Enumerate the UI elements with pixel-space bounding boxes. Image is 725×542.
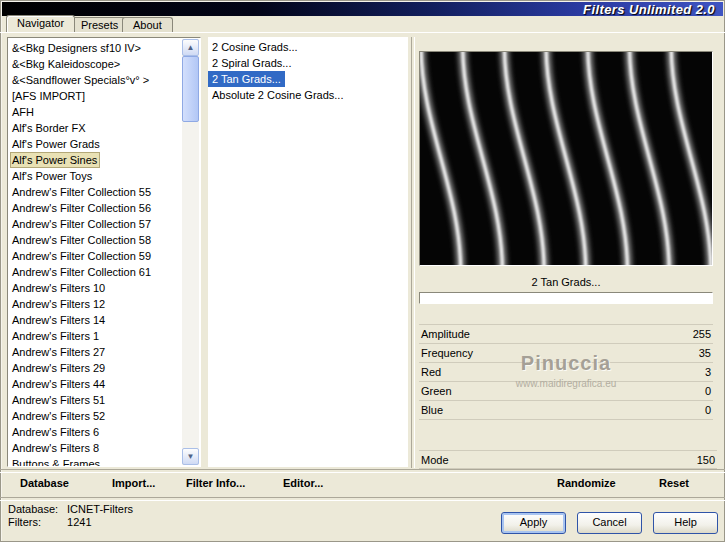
list-item[interactable]: &<Bkg Kaleidoscope>: [10, 56, 123, 72]
param-label: Frequency: [421, 347, 473, 359]
list-item[interactable]: &<Bkg Designers sf10 IV>: [10, 40, 144, 56]
list-item[interactable]: Alf's Power Grads: [10, 136, 103, 152]
separator: [0, 497, 725, 501]
list-item[interactable]: Andrew's Filters 51: [10, 392, 108, 408]
window-title: Filters Unlimited 2.0: [583, 3, 723, 16]
import-button[interactable]: Import...: [112, 470, 155, 496]
list-item[interactable]: Andrew's Filter Collection 57: [10, 216, 154, 232]
param-slider-green[interactable]: Green 0: [419, 382, 713, 401]
scrollbar-thumb[interactable]: [182, 56, 199, 122]
apply-button[interactable]: Apply: [501, 512, 566, 534]
randomize-button[interactable]: Randomize: [557, 470, 616, 496]
list-item[interactable]: [AFS IMPORT]: [10, 88, 88, 104]
list-item[interactable]: Buttons & Frames: [10, 456, 103, 467]
list-item[interactable]: Andrew's Filters 6: [10, 424, 102, 440]
status-filters: Filters: 1241: [8, 516, 92, 528]
list-item[interactable]: &<Sandflower Specials°v° >: [10, 72, 152, 88]
list-item[interactable]: Andrew's Filter Collection 59: [10, 248, 154, 264]
param-value: 0: [705, 385, 711, 397]
param-slider-frequency[interactable]: Frequency 35: [419, 344, 713, 363]
parameter-list: Amplitude 255 Frequency 35 Red 3 Green 0…: [419, 324, 713, 420]
list-item[interactable]: Alf's Power Toys: [10, 168, 95, 184]
list-item[interactable]: AFH: [10, 104, 37, 120]
status-filters-value: 1241: [67, 516, 91, 528]
param-label: Mode: [421, 454, 449, 466]
list-item[interactable]: Andrew's Filter Collection 58: [10, 232, 154, 248]
param-value: 255: [693, 328, 711, 340]
filter-item-selected[interactable]: 2 Tan Grads...: [208, 71, 285, 87]
filter-item[interactable]: Absolute 2 Cosine Grads...: [208, 87, 347, 103]
list-item[interactable]: Andrew's Filters 44: [10, 376, 108, 392]
tab-bar: Navigator Presets About: [4, 15, 725, 32]
param-label: Red: [421, 366, 441, 378]
list-item[interactable]: Andrew's Filters 29: [10, 360, 108, 376]
tab-about[interactable]: About: [122, 17, 173, 32]
param-slider-red[interactable]: Red 3: [419, 363, 713, 382]
list-item[interactable]: Andrew's Filter Collection 56: [10, 200, 154, 216]
list-item-selected[interactable]: Alf's Power Sines: [10, 152, 100, 168]
filter-info-button[interactable]: Filter Info...: [186, 470, 245, 496]
filter-item[interactable]: 2 Cosine Grads...: [208, 39, 302, 55]
list-item[interactable]: Andrew's Filters 52: [10, 408, 108, 424]
database-button[interactable]: Database: [20, 470, 69, 496]
param-label: Green: [421, 385, 452, 397]
editor-button[interactable]: Editor...: [283, 470, 323, 496]
vertical-separator: [411, 37, 415, 468]
separator: [0, 469, 725, 473]
list-item[interactable]: Andrew's Filters 8: [10, 440, 102, 456]
preview-image: [419, 51, 713, 266]
list-item[interactable]: Andrew's Filters 14: [10, 312, 108, 328]
status-database: Database: ICNET-Filters: [8, 503, 133, 515]
help-button[interactable]: Help: [653, 512, 718, 534]
list-item[interactable]: Andrew's Filters 12: [10, 296, 108, 312]
filter-listbox: 2 Cosine Grads... 2 Spiral Grads... 2 Ta…: [208, 37, 408, 467]
preview-caption: 2 Tan Grads...: [419, 276, 713, 288]
title-bar: Filters Unlimited 2.0: [2, 2, 723, 16]
param-label: Amplitude: [421, 328, 470, 340]
scrollbar[interactable]: ▲ ▼: [182, 39, 199, 465]
list-item[interactable]: Andrew's Filter Collection 61: [10, 264, 154, 280]
list-item[interactable]: Alf's Border FX: [10, 120, 89, 136]
tab-navigator[interactable]: Navigator: [6, 15, 75, 32]
list-item[interactable]: Andrew's Filter Collection 55: [10, 184, 154, 200]
filters-unlimited-window: Filters Unlimited 2.0 Navigator Presets …: [0, 0, 725, 542]
param-value: 3: [705, 366, 711, 378]
scroll-up-icon[interactable]: ▲: [182, 39, 199, 56]
param-value: 0: [705, 404, 711, 416]
tab-presets[interactable]: Presets: [70, 17, 129, 32]
category-listbox: &<Bkg Designers sf10 IV> &<Bkg Kaleidosc…: [7, 37, 201, 467]
param-slider-mode[interactable]: Mode 150: [419, 450, 717, 469]
param-label: Blue: [421, 404, 443, 416]
list-item[interactable]: Andrew's Filters 10: [10, 280, 108, 296]
filter-item[interactable]: 2 Spiral Grads...: [208, 55, 295, 71]
param-slider-amplitude[interactable]: Amplitude 255: [419, 325, 713, 344]
reset-button[interactable]: Reset: [659, 470, 689, 496]
param-value: 35: [699, 347, 711, 359]
list-item[interactable]: Andrew's Filters 1: [10, 328, 102, 344]
status-filters-label: Filters:: [8, 516, 64, 528]
status-database-value: ICNET-Filters: [67, 503, 133, 515]
scroll-down-icon[interactable]: ▼: [182, 448, 199, 465]
param-value: 150: [697, 454, 715, 466]
progress-bar: [419, 292, 713, 304]
tan-grads-pattern: [420, 52, 712, 265]
status-database-label: Database:: [8, 503, 64, 515]
cancel-button[interactable]: Cancel: [577, 512, 642, 534]
param-slider-blue[interactable]: Blue 0: [419, 401, 713, 420]
list-item[interactable]: Andrew's Filters 27: [10, 344, 108, 360]
